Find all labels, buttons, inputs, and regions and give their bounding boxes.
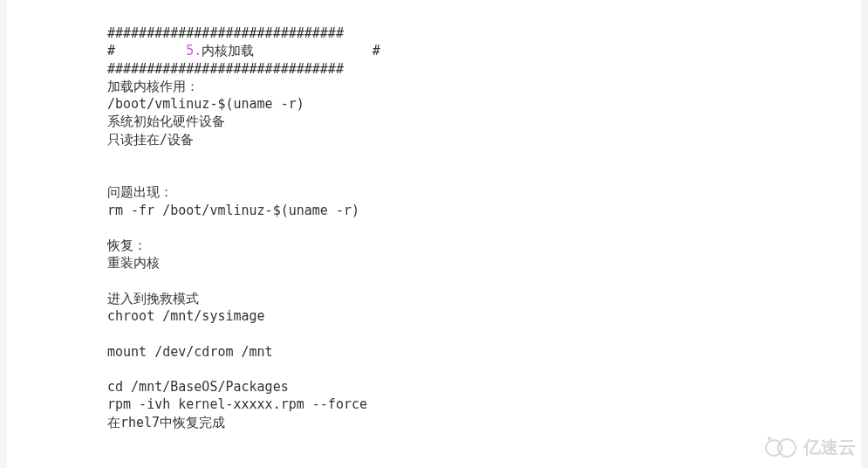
code-line: [107, 361, 861, 378]
code-line: [107, 148, 861, 166]
code-line: 在rhel7中恢复完成: [107, 414, 861, 431]
code-line: [107, 272, 861, 290]
document-content: ############################### 5.内核加载 #…: [107, 24, 861, 468]
document-page: ############################### 5.内核加载 #…: [7, 0, 861, 468]
code-line: chroot /mnt/sysimage: [107, 307, 861, 325]
code-line: rm -fr /boot/vmlinuz-$(uname -r): [107, 202, 861, 219]
code-line: ##############################: [107, 60, 861, 78]
code-line: # 5.内核加载 #: [107, 42, 861, 59]
watermark-logo-icon: [765, 438, 798, 458]
code-line: 恢复：: [107, 237, 861, 254]
code-line: [107, 449, 861, 466]
code-line: cd /mnt/BaseOS/Packages: [107, 378, 861, 396]
code-line: 问题出现：: [107, 183, 861, 201]
code-line: /boot/vmlinuz-$(uname -r): [107, 95, 861, 113]
code-line: 只读挂在/设备: [107, 131, 861, 148]
code-line: [107, 431, 861, 449]
code-line: 系统初始化硬件设备: [107, 113, 861, 130]
code-line: 进入到挽救模式: [107, 290, 861, 307]
code-line: ##############################: [107, 24, 861, 42]
code-line: rpm -ivh kernel-xxxxx.rpm --force: [107, 396, 861, 413]
code-line: [107, 219, 861, 237]
watermark: 亿速云: [765, 436, 856, 459]
code-line: 加载内核作用：: [107, 78, 861, 95]
code-line: [107, 166, 861, 183]
code-line: mount /dev/cdrom /mnt: [107, 343, 861, 361]
watermark-text: 亿速云: [803, 436, 856, 459]
code-line: 重装内核: [107, 254, 861, 272]
code-line: [107, 325, 861, 342]
section-number: 5.: [186, 43, 202, 58]
